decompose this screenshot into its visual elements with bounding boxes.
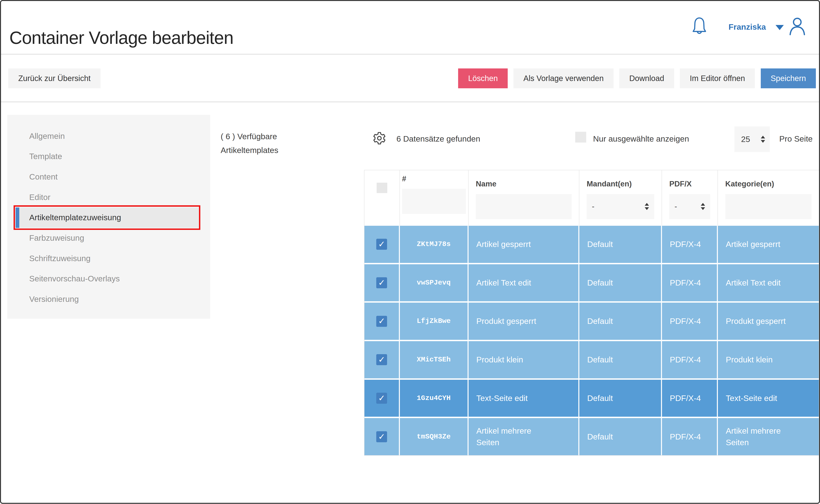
row-kategorie: Produkt klein bbox=[726, 354, 773, 365]
table-cell: PDF/X-4 bbox=[662, 303, 718, 340]
sidebar-item-versionierung[interactable]: Versionierung bbox=[16, 289, 198, 310]
open-in-editor-button[interactable]: Im Editor öffnen bbox=[680, 68, 755, 88]
row-checkbox[interactable]: ✓ bbox=[376, 239, 387, 250]
table-row[interactable]: ✓XMicTSEhProdukt kleinDefaultPDF/X-4Prod… bbox=[364, 340, 819, 378]
row-pdfx: PDF/X-4 bbox=[670, 354, 701, 365]
row-checkbox[interactable]: ✓ bbox=[376, 393, 387, 404]
column-header: Mandant(en)- bbox=[579, 170, 662, 226]
table-cell: Text-Seite edit bbox=[718, 380, 819, 417]
download-button[interactable]: Download bbox=[619, 68, 674, 88]
user-name[interactable]: Franziska bbox=[729, 22, 766, 32]
table-cell: Artikel mehrere Seiten bbox=[718, 418, 819, 455]
row-pdfx: PDF/X-4 bbox=[670, 277, 701, 288]
use-as-template-button[interactable]: Als Vorlage verwenden bbox=[514, 68, 614, 88]
only-selected-checkbox[interactable] bbox=[575, 132, 586, 143]
sidebar-item-schriftzuweisung[interactable]: Schriftzuweisung bbox=[16, 248, 198, 269]
table-cell: Produkt klein bbox=[718, 341, 819, 378]
select-all-checkbox[interactable] bbox=[376, 183, 387, 193]
row-checkbox[interactable]: ✓ bbox=[376, 277, 387, 288]
delete-button[interactable]: Löschen bbox=[458, 68, 508, 88]
checkbox-cell: ✓ bbox=[364, 303, 400, 340]
table-cell: Artikel mehrere Seiten bbox=[469, 418, 579, 455]
per-page-label: Pro Seite bbox=[779, 134, 813, 144]
chevron-down-icon[interactable] bbox=[776, 25, 784, 30]
row-mandant: Default bbox=[587, 315, 613, 327]
table-row[interactable]: ✓LfjZkBweProdukt gesperrtDefaultPDF/X-4P… bbox=[364, 301, 819, 340]
table-cell: ZKtMJ78s bbox=[400, 226, 468, 263]
column-filter-input[interactable] bbox=[725, 194, 812, 219]
table-cell: Artikel Text edit bbox=[469, 264, 579, 301]
checkbox-cell: ✓ bbox=[364, 341, 400, 378]
column-header bbox=[364, 170, 400, 226]
column-header: Name bbox=[469, 170, 579, 226]
row-checkbox[interactable]: ✓ bbox=[376, 354, 387, 365]
column-filter-input[interactable] bbox=[476, 194, 572, 219]
spinner-arrows-icon[interactable] bbox=[645, 203, 649, 210]
column-filter-select[interactable]: - bbox=[587, 194, 654, 219]
row-name: Produkt gesperrt bbox=[476, 315, 536, 327]
save-button[interactable]: Speichern bbox=[761, 68, 816, 88]
sidebar-item-seitenvorschau-overlays[interactable]: Seitenvorschau-Overlays bbox=[16, 269, 198, 289]
sidebar-item-farbzuweisung[interactable]: Farbzuweisung bbox=[16, 228, 198, 248]
table-cell: PDF/X-4 bbox=[662, 264, 718, 301]
row-checkbox[interactable]: ✓ bbox=[376, 316, 387, 327]
back-to-overview-button[interactable]: Zurück zur Übersicht bbox=[8, 68, 101, 88]
bell-icon[interactable] bbox=[692, 17, 707, 36]
table-row[interactable]: ✓tmSQH3ZeArtikel mehrere SeitenDefaultPD… bbox=[364, 417, 819, 455]
table-row[interactable]: ✓vwSPJevqArtikel Text editDefaultPDF/X-4… bbox=[364, 263, 819, 301]
row-pdfx: PDF/X-4 bbox=[670, 239, 701, 250]
checkbox-cell: ✓ bbox=[364, 226, 400, 263]
column-filter-input[interactable] bbox=[402, 189, 466, 214]
row-name: Produkt klein bbox=[476, 354, 523, 365]
table-cell: PDF/X-4 bbox=[662, 226, 718, 263]
spinner-arrows-icon[interactable] bbox=[761, 136, 765, 143]
column-label: Name bbox=[476, 180, 572, 188]
table-cell: Default bbox=[579, 264, 662, 301]
row-mandant: Default bbox=[587, 354, 613, 365]
sidebar: AllgemeinTemplateContentEditorArtikeltem… bbox=[7, 115, 210, 319]
table-cell: XMicTSEh bbox=[400, 341, 468, 378]
table-cell: Text-Seite edit bbox=[469, 380, 579, 417]
row-kategorie: Artikel Text edit bbox=[726, 277, 781, 288]
table-cell: PDF/X-4 bbox=[662, 418, 718, 455]
column-label: Mandant(en) bbox=[587, 180, 654, 188]
sidebar-item-allgemein[interactable]: Allgemein bbox=[16, 126, 198, 146]
row-pdfx: PDF/X-4 bbox=[670, 393, 701, 404]
column-header: PDF/X- bbox=[662, 170, 718, 226]
filter-selected-value: - bbox=[592, 202, 595, 211]
column-label: PDF/X bbox=[669, 180, 710, 188]
page-title: Container Vorlage bearbeiten bbox=[9, 28, 233, 48]
user-avatar-icon[interactable] bbox=[788, 16, 806, 35]
spinner-arrows-icon[interactable] bbox=[701, 203, 705, 210]
checkbox-cell: ✓ bbox=[364, 380, 400, 417]
table-cell: Produkt gesperrt bbox=[469, 303, 579, 340]
sidebar-item-template[interactable]: Template bbox=[16, 146, 198, 167]
sidebar-item-content[interactable]: Content bbox=[16, 167, 198, 187]
available-templates-label: ( 6 ) Verfügbare Artikeltemplates bbox=[221, 130, 278, 157]
table-row[interactable]: ✓ZKtMJ78sArtikel gesperrtDefaultPDF/X-4A… bbox=[364, 226, 819, 263]
gear-icon[interactable] bbox=[372, 131, 386, 145]
article-template-table: #NameMandant(en)-PDF/X-Kategorie(en) ✓ZK… bbox=[364, 170, 820, 456]
table-row[interactable]: ✓1Gzu4CYHText-Seite editDefaultPDF/X-4Te… bbox=[364, 378, 819, 417]
row-id: ZKtMJ78s bbox=[417, 239, 451, 250]
sidebar-item-editor[interactable]: Editor bbox=[16, 187, 198, 207]
toolbar-actions: Löschen Als Vorlage verwenden Download I… bbox=[458, 68, 816, 88]
column-label: # bbox=[402, 174, 466, 183]
table-cell: Produkt klein bbox=[469, 341, 579, 378]
table-cell: Default bbox=[579, 380, 662, 417]
sidebar-item-artikeltemplatezuweisung[interactable]: Artikeltemplatezuweisung bbox=[16, 207, 198, 228]
table-body: ✓ZKtMJ78sArtikel gesperrtDefaultPDF/X-4A… bbox=[364, 226, 820, 456]
column-label: Kategorie(en) bbox=[725, 180, 812, 188]
toolbar-divider bbox=[1, 101, 819, 102]
row-id: tmSQH3Ze bbox=[417, 431, 451, 442]
row-name: Artikel gesperrt bbox=[476, 239, 531, 250]
row-id: LfjZkBwe bbox=[417, 315, 451, 327]
per-page-select[interactable]: 25 bbox=[734, 126, 770, 152]
app-window: Container Vorlage bearbeiten Franziska Z… bbox=[0, 0, 820, 504]
column-header: Kategorie(en) bbox=[718, 170, 819, 226]
per-page-value: 25 bbox=[741, 135, 750, 144]
row-name: Text-Seite edit bbox=[476, 393, 528, 404]
column-filter-select[interactable]: - bbox=[669, 194, 710, 219]
row-checkbox[interactable]: ✓ bbox=[376, 431, 387, 442]
row-kategorie: Produkt gesperrt bbox=[726, 315, 786, 327]
